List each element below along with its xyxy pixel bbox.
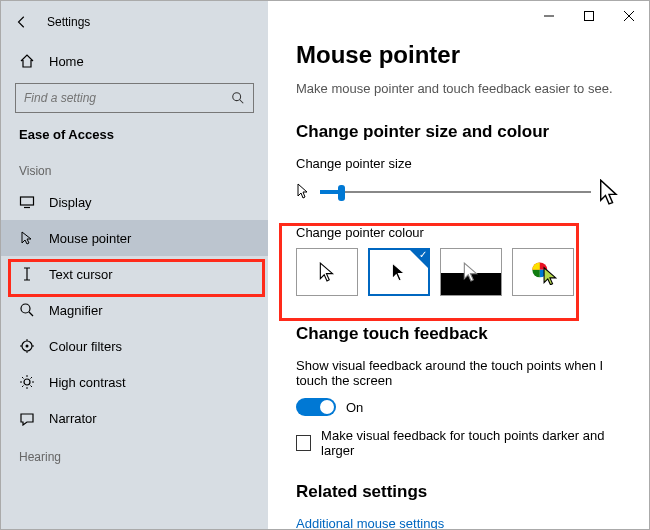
svg-line-1 (240, 100, 244, 104)
nav-text-cursor-label: Text cursor (49, 267, 113, 282)
pointer-colour-black[interactable] (368, 248, 430, 296)
search-icon (231, 91, 245, 105)
section-touch-heading: Change touch feedback (296, 324, 621, 344)
section-size-heading: Change pointer size and colour (296, 122, 621, 142)
touch-feedback-desc: Show visual feedback around the touch po… (296, 358, 621, 388)
high-contrast-icon (19, 374, 35, 390)
nav-display-label: Display (49, 195, 92, 210)
maximize-button[interactable] (569, 1, 609, 31)
main-pane: Mouse pointer Make mouse pointer and tou… (268, 1, 649, 529)
app-title: Settings (47, 15, 90, 29)
category-label: Ease of Access (1, 121, 268, 150)
magnifier-icon (19, 302, 35, 318)
window-controls (529, 1, 649, 31)
nav-home-label: Home (49, 54, 84, 69)
svg-point-5 (21, 304, 30, 313)
pointer-colour-row (296, 248, 621, 296)
page-subtitle: Make mouse pointer and touch feedback ea… (296, 81, 621, 96)
pointer-colour-label: Change pointer colour (296, 225, 621, 240)
svg-point-9 (24, 379, 30, 385)
group-hearing-label: Hearing (1, 436, 268, 470)
large-cursor-icon (599, 179, 621, 205)
nav-home[interactable]: Home (1, 43, 268, 79)
svg-rect-11 (585, 12, 594, 21)
back-icon[interactable] (15, 15, 29, 29)
additional-mouse-settings-link[interactable]: Additional mouse settings (296, 516, 621, 529)
nav-colour-filters[interactable]: Colour filters (1, 328, 268, 364)
nav-magnifier[interactable]: Magnifier (1, 292, 268, 328)
text-cursor-icon (19, 266, 35, 282)
minimize-button[interactable] (529, 1, 569, 31)
pointer-size-slider-row (296, 179, 621, 205)
nav-mouse-pointer-label: Mouse pointer (49, 231, 131, 246)
pointer-colour-custom[interactable] (512, 248, 574, 296)
svg-point-0 (233, 93, 241, 101)
search-box[interactable] (15, 83, 254, 113)
slider-thumb[interactable] (338, 185, 345, 201)
titlebar-left: Settings (1, 7, 268, 37)
display-icon (19, 194, 35, 210)
touch-feedback-toggle[interactable] (296, 398, 336, 416)
nav-narrator-label: Narrator (49, 411, 97, 426)
nav-text-cursor[interactable]: Text cursor (1, 256, 268, 292)
nav-display[interactable]: Display (1, 184, 268, 220)
pointer-size-slider[interactable] (320, 191, 591, 193)
svg-rect-2 (21, 197, 34, 205)
nav-high-contrast[interactable]: High contrast (1, 364, 268, 400)
pointer-colour-inverted[interactable] (440, 248, 502, 296)
nav-high-contrast-label: High contrast (49, 375, 126, 390)
colour-filters-icon (19, 338, 35, 354)
mouse-pointer-icon (19, 230, 35, 246)
nav-narrator[interactable]: Narrator (1, 400, 268, 436)
touch-feedback-toggle-state: On (346, 400, 363, 415)
svg-point-8 (26, 345, 29, 348)
pointer-size-label: Change pointer size (296, 156, 621, 171)
nav-mouse-pointer[interactable]: Mouse pointer (1, 220, 268, 256)
nav-colour-filters-label: Colour filters (49, 339, 122, 354)
group-vision-label: Vision (1, 150, 268, 184)
sidebar: Settings Home Ease of Access Vision Disp… (1, 1, 268, 529)
touch-feedback-darker-checkbox[interactable] (296, 435, 311, 451)
touch-feedback-darker-label: Make visual feedback for touch points da… (321, 428, 621, 458)
small-cursor-icon (296, 183, 312, 201)
section-related-heading: Related settings (296, 482, 621, 502)
search-input[interactable] (24, 91, 224, 105)
nav-magnifier-label: Magnifier (49, 303, 102, 318)
home-icon (19, 53, 35, 69)
svg-line-6 (29, 312, 33, 316)
pointer-colour-white[interactable] (296, 248, 358, 296)
close-button[interactable] (609, 1, 649, 31)
narrator-icon (19, 410, 35, 426)
page-title: Mouse pointer (296, 41, 621, 69)
